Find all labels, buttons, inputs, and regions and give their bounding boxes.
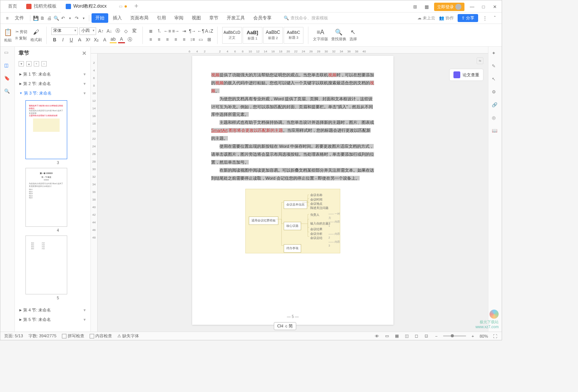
select-button[interactable]: ↖选择 bbox=[349, 25, 357, 46]
menu-layout[interactable]: 页面布局 bbox=[126, 13, 152, 23]
menu-section[interactable]: 章节 bbox=[205, 13, 222, 23]
share-button[interactable]: ⇪ 分享 bbox=[458, 14, 478, 22]
text-layout-button[interactable]: ≡A文字排版 bbox=[313, 25, 328, 46]
remove-section-icon[interactable]: − bbox=[41, 61, 47, 66]
paste-group[interactable]: 📋 粘贴 bbox=[3, 25, 13, 46]
ai-icon[interactable]: ✦ bbox=[492, 51, 499, 57]
section-item[interactable]: ▶第 1 节: 未命名▾ bbox=[15, 70, 90, 79]
add-section-icon[interactable]: + bbox=[34, 61, 39, 66]
section-item[interactable]: ▶第 2 节: 未命名▾ bbox=[15, 79, 90, 89]
distribute-button[interactable]: ≡ bbox=[181, 36, 188, 43]
more-icon[interactable]: ⋮ bbox=[482, 15, 488, 21]
apps-icon[interactable]: ▦ bbox=[423, 3, 430, 11]
spell-check-toggle[interactable]: 拼写检查 bbox=[62, 333, 84, 339]
view-outline-icon[interactable]: ◫ bbox=[404, 333, 410, 339]
menu-review[interactable]: 审阅 bbox=[171, 13, 187, 23]
text-effect-button[interactable]: A bbox=[101, 36, 108, 43]
tab-options-icon[interactable]: ▭ bbox=[119, 4, 122, 8]
line-spacing-button[interactable]: ↕≡ bbox=[189, 36, 196, 43]
missing-font[interactable]: ⚠ 缺失字体 bbox=[117, 333, 139, 339]
panel-close-button[interactable]: ✕ bbox=[82, 50, 87, 56]
style-h1[interactable]: AaB]标题 1 bbox=[243, 27, 262, 44]
zoom-out-button[interactable]: − bbox=[433, 333, 439, 339]
target-icon[interactable]: ◎ bbox=[492, 115, 499, 122]
document-page[interactable]: 视频提供了功能强大的方法帮助您证明您的观点。当您单击联机视频时，可以在想要添加的… bbox=[192, 56, 393, 325]
style-gallery[interactable]: AaBbCcD正文 AaB]标题 1 AaBbC标题 2 AaBbC标题 3 bbox=[222, 27, 303, 44]
view-print-icon[interactable]: ▭ bbox=[384, 333, 390, 339]
maximize-button[interactable]: □ bbox=[480, 3, 487, 11]
menu-ref[interactable]: 引用 bbox=[153, 13, 170, 23]
section-item[interactable]: ▶第 4 节: 未命名▾ bbox=[15, 305, 90, 315]
sort-button[interactable]: A↓Z bbox=[206, 28, 213, 35]
view-read-icon[interactable]: 👁 bbox=[374, 333, 380, 339]
section-item[interactable]: ▶第 5 节: 未命名▾ bbox=[15, 315, 90, 324]
superscript-button[interactable]: X² bbox=[85, 36, 92, 43]
zoom-level[interactable]: 80% bbox=[480, 334, 488, 338]
word-count[interactable]: 字数: 394/2775 bbox=[28, 333, 57, 339]
indent-button[interactable]: ≡→ bbox=[172, 28, 179, 35]
style-h2[interactable]: AaBbC标题 2 bbox=[263, 27, 283, 44]
style-normal[interactable]: AaBbCcD正文 bbox=[222, 27, 242, 44]
cloud-status[interactable]: ☁ 未上云 bbox=[417, 15, 435, 21]
menu-icon[interactable]: ≡ bbox=[4, 15, 10, 21]
fullscreen-icon[interactable]: ⛶ bbox=[492, 333, 498, 339]
sections-icon[interactable]: ◫ bbox=[4, 63, 11, 70]
file-menu[interactable]: 文件 bbox=[11, 13, 28, 23]
page-thumbnail[interactable]: 条目条目条目条目 内容内容内容内容 bbox=[25, 236, 67, 294]
horizontal-ruler[interactable]: 642246810121416182022242628303234363840 bbox=[91, 47, 488, 54]
zoom-fit-icon[interactable]: ⊡ bbox=[423, 333, 430, 339]
expand-all-icon[interactable]: ▾ bbox=[19, 61, 24, 66]
settings-icon[interactable]: ⚙ bbox=[492, 89, 499, 96]
style-h3[interactable]: AaBbC标题 3 bbox=[284, 27, 303, 44]
zoom-in-button[interactable]: + bbox=[470, 333, 476, 339]
increase-font-icon[interactable]: A↑ bbox=[98, 28, 104, 35]
print-icon[interactable]: 🖨 bbox=[46, 15, 52, 21]
section-item-active[interactable]: ▼第 3 节: 未命名▾ bbox=[15, 89, 90, 98]
align-right-button[interactable]: ≡ bbox=[164, 36, 171, 43]
find-replace-button[interactable]: 🔍查找替换 bbox=[331, 25, 346, 46]
clear-format-icon[interactable]: ◇ bbox=[123, 28, 129, 35]
paper-check-button[interactable]: 论文查重 bbox=[449, 69, 483, 81]
menu-dev[interactable]: 开发工具 bbox=[223, 13, 249, 23]
bullets-button[interactable]: ≣ bbox=[147, 28, 154, 35]
cursor-icon[interactable]: ↖ bbox=[492, 76, 499, 83]
rtl-button[interactable]: ←¶ bbox=[197, 28, 204, 35]
bookmark-icon[interactable]: 🔖 bbox=[4, 76, 11, 82]
underline-button[interactable]: U bbox=[68, 36, 75, 43]
outdent-button[interactable]: ←≡ bbox=[164, 28, 171, 35]
subscript-button[interactable]: X₂ bbox=[93, 36, 100, 43]
align-left-button[interactable]: ≡ bbox=[147, 36, 154, 43]
menu-start[interactable]: 开始 bbox=[92, 13, 108, 23]
view-web-icon[interactable]: ▦ bbox=[394, 333, 400, 339]
minimize-button[interactable]: — bbox=[468, 3, 476, 11]
menu-vip[interactable]: 会员专享 bbox=[250, 13, 275, 23]
zoom-slider[interactable] bbox=[443, 335, 466, 337]
tabs-button[interactable]: ⇥ bbox=[181, 28, 188, 35]
font-family-select[interactable]: 宋体 bbox=[51, 27, 78, 35]
close-button[interactable]: ✕ bbox=[491, 3, 499, 11]
collapse-ribbon-icon[interactable]: ˆ bbox=[492, 15, 498, 21]
collab-button[interactable]: 👥 协作 bbox=[439, 15, 454, 21]
borders-button[interactable]: ⊞ bbox=[206, 36, 213, 43]
page-thumbnail[interactable]: 视频提供了功能强大的方法帮助您证明您的观点 为使您的文档具有专业外观 Word … bbox=[25, 100, 67, 159]
save-icon[interactable]: 💾 bbox=[33, 15, 39, 21]
cut-button[interactable]: ✂ 剪切 bbox=[16, 29, 27, 35]
undo-icon[interactable]: ↶ bbox=[60, 15, 66, 21]
preview-icon[interactable]: 🔍 bbox=[53, 15, 59, 21]
shading-button[interactable]: ▭ bbox=[197, 36, 204, 43]
redo-dropdown[interactable]: ▾ bbox=[81, 15, 87, 21]
ime-indicator[interactable]: CH ♫ 简 bbox=[274, 322, 296, 330]
font-size-select[interactable]: 小四 bbox=[79, 27, 96, 35]
phonetic-icon[interactable]: 変 bbox=[131, 28, 138, 35]
redo-icon[interactable]: ↷ bbox=[74, 15, 80, 21]
collapse-floater[interactable]: ≈ bbox=[477, 57, 483, 64]
menu-insert[interactable]: 插入 bbox=[109, 13, 126, 23]
search-input[interactable]: 🔍 查找命令、搜索模板 bbox=[284, 15, 328, 21]
save-as-icon[interactable]: 🗎 bbox=[39, 15, 46, 21]
outline-icon[interactable]: ▭ bbox=[4, 50, 11, 57]
highlight-button[interactable]: ab bbox=[110, 36, 117, 43]
find-icon[interactable]: 🔍 bbox=[4, 89, 11, 95]
link-icon[interactable]: 🔗 bbox=[492, 102, 499, 109]
format-painter[interactable]: 🖌 格式刷 bbox=[30, 25, 42, 46]
copy-button[interactable]: ⎘ 复制 bbox=[16, 36, 27, 41]
